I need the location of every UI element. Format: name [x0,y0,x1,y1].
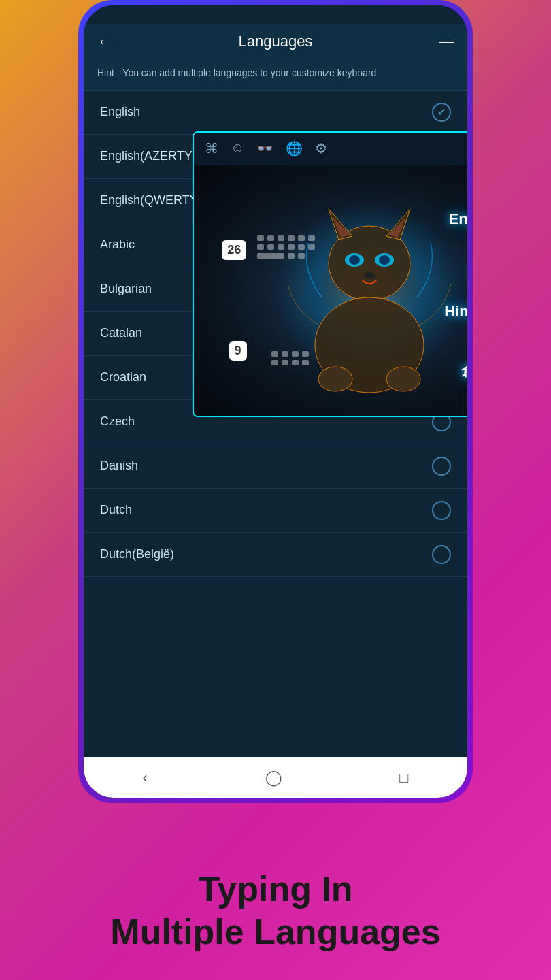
phone-frame: ← Languages — Hint :-You can add multipl… [78,0,473,803]
minimize-icon[interactable]: — [439,33,454,50]
language-name: Danish [100,459,138,473]
nav-bar: ‹ ◯ □ [84,757,467,798]
nav-home-icon[interactable]: ◯ [265,769,282,787]
popup-toolbar-icons: ⌘ ☺ 👓 🌐 ⚙ [205,140,327,157]
svg-point-10 [364,272,375,279]
checkbox-dutch[interactable] [432,501,451,520]
nine-number: 9 [235,344,241,357]
checkbox-english[interactable] [432,103,451,122]
svg-point-12 [318,367,352,391]
calendar-number: 26 [227,243,241,257]
list-item[interactable]: English [84,91,467,135]
checkbox-dutch-belgie[interactable] [432,545,451,564]
header: ← Languages — [84,24,467,59]
bottom-line2: Multiple Languages [37,911,514,953]
language-name: English(QWERTY) [100,193,202,208]
language-name: Catalan [100,326,142,340]
language-name: English [100,105,140,119]
bottom-text-section: Typing In Multiple Languages [37,868,514,953]
hint-text: Hint :-You can add multiple languages to… [97,67,376,78]
bottom-line1: Typing In [198,869,352,909]
bottom-title: Typing In Multiple Languages [37,868,514,953]
language-name: Bulgarian [100,282,152,296]
languages-list: English English(AZERTY) English(QWERTY) … [84,91,467,757]
language-name: Arabic [100,238,135,252]
calendar-widget: 26 [222,240,246,260]
keyboard-popup: ⌘ ☺ 👓 🌐 ⚙ ⌨ [193,131,467,417]
popup-content: 26 9 [194,165,467,416]
list-item[interactable]: Dutch [84,489,467,533]
keyboard-dots-bottom [271,351,309,365]
popup-toolbar: ⌘ ☺ 👓 🌐 ⚙ ⌨ [194,133,467,165]
emoji-icon[interactable]: ☺ [231,140,244,157]
language-name: Dutch(België) [100,547,174,561]
phone-screen: ← Languages — Hint :-You can add multipl… [84,5,467,798]
back-icon[interactable]: ← [97,33,112,50]
language-name: Dutch [100,503,132,517]
svg-point-9 [379,255,390,265]
svg-point-8 [349,255,360,265]
shirt-icon[interactable]: 👓 [256,140,273,157]
nav-recent-icon[interactable]: □ [399,769,408,787]
globe-icon[interactable]: 🌐 [286,140,303,157]
checkbox-danish[interactable] [432,457,451,476]
nav-back-icon[interactable]: ‹ [142,769,147,787]
keyboard-dots-top [257,235,315,259]
language-name: Czech [100,414,135,429]
grid-icon[interactable]: ⌘ [205,140,218,157]
page-title: Languages [239,33,313,50]
language-name: English(AZERTY) [100,149,197,163]
hint-box: Hint :-You can add multiple languages to… [84,59,467,91]
svg-point-13 [386,367,420,391]
wolf-background: 26 9 [194,165,467,416]
list-item[interactable]: Danish [84,444,467,489]
list-item[interactable]: Dutch(België) [84,533,467,577]
status-bar [84,5,467,24]
nine-widget: 9 [229,341,247,361]
gear-icon[interactable]: ⚙ [315,140,327,157]
language-name: Croatian [100,370,146,385]
